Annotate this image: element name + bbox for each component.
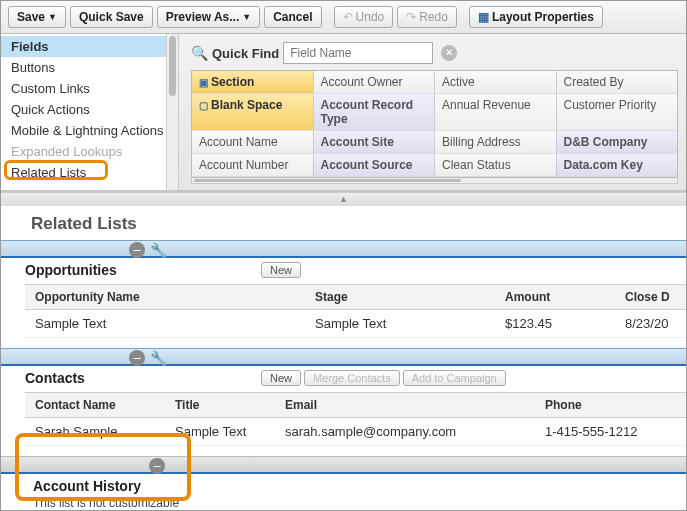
related-list-contacts: – 🔧 Contacts New Merge Contacts Add to C…	[1, 348, 686, 446]
palette-resize-handle[interactable]: ▲	[1, 192, 686, 206]
palette-customer-priority[interactable]: Customer Priority	[557, 94, 678, 131]
section-icon: ▣	[199, 77, 208, 88]
field-grid: ▣Section Account Owner Active Created By…	[191, 70, 678, 178]
palette-account-source[interactable]: Account Source	[314, 154, 436, 177]
palette-blank-space[interactable]: ▢Blank Space	[192, 94, 314, 131]
col-contact-name[interactable]: Contact Name	[25, 393, 165, 418]
remove-list-icon[interactable]: –	[129, 350, 145, 366]
sidebar-item-expanded-lookups[interactable]: Expanded Lookups	[1, 141, 178, 162]
palette-clean-status[interactable]: Clean Status	[435, 154, 557, 177]
related-list-toolbar: –	[1, 456, 686, 474]
undo-label: Undo	[356, 10, 385, 24]
undo-button[interactable]: ↶ Undo	[334, 6, 394, 28]
col-amount[interactable]: Amount	[495, 285, 615, 310]
save-label: Save	[17, 10, 45, 24]
quick-find-input[interactable]	[283, 42, 433, 64]
related-list-opportunities: – 🔧 Opportunities New Opportunity Name S…	[1, 240, 686, 338]
sidebar-scrollbar[interactable]	[166, 34, 178, 190]
merge-contacts-button[interactable]: Merge Contacts	[304, 370, 400, 386]
palette-account-owner[interactable]: Account Owner	[314, 71, 436, 94]
palette-label: Blank Space	[211, 98, 282, 112]
palette-section[interactable]: ▣Section	[192, 71, 314, 94]
cell-stage: Sample Text	[305, 310, 495, 338]
cell-title: Sample Text	[165, 418, 275, 446]
palette-active[interactable]: Active	[435, 71, 557, 94]
palette-billing-address[interactable]: Billing Address	[435, 131, 557, 154]
new-button[interactable]: New	[261, 262, 301, 278]
add-to-campaign-button[interactable]: Add to Campaign	[403, 370, 506, 386]
palette-annual-revenue[interactable]: Annual Revenue	[435, 94, 557, 131]
redo-button[interactable]: ↷ Redo	[397, 6, 457, 28]
not-customizable-note: This list is not customizable	[1, 496, 686, 511]
related-list-account-history: – Account History This list is not custo…	[1, 456, 686, 511]
wrench-icon[interactable]: 🔧	[150, 242, 167, 258]
cell-close-date: 8/23/20	[615, 310, 686, 338]
clear-search-icon[interactable]: ×	[441, 45, 457, 61]
search-icon: 🔍	[191, 45, 208, 61]
sidebar-item-quick-actions[interactable]: Quick Actions	[1, 99, 178, 120]
cancel-button[interactable]: Cancel	[264, 6, 321, 28]
palette-account-name[interactable]: Account Name	[192, 131, 314, 154]
palette-account-record-type[interactable]: Account Record Type	[314, 94, 436, 131]
blank-icon: ▢	[199, 100, 208, 111]
cell-opportunity-name: Sample Text	[25, 310, 305, 338]
palette-scrollbar[interactable]	[191, 178, 678, 184]
layout-properties-button[interactable]: ▦ Layout Properties	[469, 6, 603, 28]
related-list-toolbar: – 🔧	[1, 348, 686, 366]
remove-list-icon[interactable]: –	[149, 458, 165, 474]
redo-label: Redo	[419, 10, 448, 24]
top-toolbar: Save ▼ Quick Save Preview As... ▼ Cancel…	[1, 1, 686, 34]
col-close-date[interactable]: Close D	[615, 285, 686, 310]
related-list-name: Opportunities	[25, 262, 117, 278]
sidebar-item-mobile-actions[interactable]: Mobile & Lightning Actions	[1, 120, 178, 141]
related-list-toolbar: – 🔧	[1, 240, 686, 258]
palette-label: Section	[211, 75, 254, 89]
sidebar-item-related-lists[interactable]: Related Lists	[1, 162, 178, 183]
related-lists-heading: Related Lists	[1, 206, 686, 240]
remove-list-icon[interactable]: –	[129, 242, 145, 258]
table-row[interactable]: Sarah Sample Sample Text sarah.sample@co…	[25, 418, 686, 446]
undo-icon: ↶	[343, 10, 353, 24]
caret-down-icon: ▼	[242, 12, 251, 22]
palette-account-number[interactable]: Account Number	[192, 154, 314, 177]
col-title[interactable]: Title	[165, 393, 275, 418]
sidebar-item-buttons[interactable]: Buttons	[1, 57, 178, 78]
col-stage[interactable]: Stage	[305, 285, 495, 310]
palette-datacom-key[interactable]: Data.com Key	[557, 154, 678, 177]
save-button[interactable]: Save ▼	[8, 6, 66, 28]
opportunities-table: Opportunity Name Stage Amount Close D Sa…	[25, 284, 686, 338]
cell-email: sarah.sample@company.com	[275, 418, 535, 446]
sidebar-item-fields[interactable]: Fields	[1, 36, 178, 57]
palette-dnb-company[interactable]: D&B Company	[557, 131, 678, 154]
layout-properties-label: Layout Properties	[492, 10, 594, 24]
contacts-table: Contact Name Title Email Phone Sarah Sam…	[25, 392, 686, 446]
layout-icon: ▦	[478, 10, 489, 24]
caret-down-icon: ▼	[48, 12, 57, 22]
sidebar-item-custom-links[interactable]: Custom Links	[1, 78, 178, 99]
field-palette: 🔍 Quick Find × ▣Section Account Owner Ac…	[179, 34, 686, 190]
new-button[interactable]: New	[261, 370, 301, 386]
col-email[interactable]: Email	[275, 393, 535, 418]
cell-contact-name: Sarah Sample	[25, 418, 165, 446]
category-sidebar: Fields Buttons Custom Links Quick Action…	[1, 34, 179, 190]
cell-phone: 1-415-555-1212	[535, 418, 686, 446]
palette-created-by[interactable]: Created By	[557, 71, 678, 94]
palette-account-site[interactable]: Account Site	[314, 131, 436, 154]
col-phone[interactable]: Phone	[535, 393, 686, 418]
preview-as-button[interactable]: Preview As... ▼	[157, 6, 261, 28]
related-list-name: Account History	[33, 478, 141, 494]
quick-save-button[interactable]: Quick Save	[70, 6, 153, 28]
redo-icon: ↷	[406, 10, 416, 24]
col-opportunity-name[interactable]: Opportunity Name	[25, 285, 305, 310]
quick-find-label: Quick Find	[212, 46, 279, 61]
preview-label: Preview As...	[166, 10, 240, 24]
palette-area: Fields Buttons Custom Links Quick Action…	[1, 34, 686, 192]
wrench-icon[interactable]: 🔧	[150, 350, 167, 366]
table-row[interactable]: Sample Text Sample Text $123.45 8/23/20	[25, 310, 686, 338]
cell-amount: $123.45	[495, 310, 615, 338]
related-list-name: Contacts	[25, 370, 85, 386]
quick-find-row: 🔍 Quick Find ×	[191, 42, 678, 64]
